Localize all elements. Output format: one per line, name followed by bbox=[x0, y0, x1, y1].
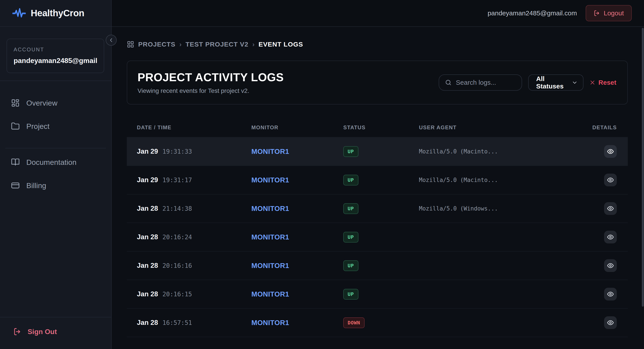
event-log-table: DATE / TIME MONITOR STATUS USER AGENT DE… bbox=[127, 118, 628, 337]
topbar: pandeyaman2485@gmail.com Logout bbox=[112, 0, 644, 27]
row-time: 21:14:38 bbox=[162, 205, 192, 212]
status-cell: UP bbox=[343, 175, 419, 185]
vertical-scrollbar[interactable] bbox=[642, 28, 644, 307]
breadcrumb-test-project-v2[interactable]: TEST PROJECT V2 bbox=[186, 41, 248, 48]
user-agent-cell: Mozilla/5.0 (Windows... bbox=[419, 205, 590, 212]
status-badge: UP bbox=[343, 232, 358, 242]
monitor-link[interactable]: MONITOR1 bbox=[251, 262, 289, 269]
view-details-button[interactable] bbox=[604, 259, 617, 272]
details-cell bbox=[590, 174, 617, 186]
sidebar-item-label: Billing bbox=[26, 181, 46, 190]
account-card: ACCOUNT pandeyaman2485@gmail.... bbox=[6, 39, 104, 73]
search-box[interactable] bbox=[439, 74, 522, 91]
view-details-button[interactable] bbox=[604, 231, 617, 243]
row-time: 19:31:17 bbox=[162, 176, 192, 184]
monitor-link[interactable]: MONITOR1 bbox=[251, 176, 289, 184]
table-row: Jan 28 20:16:24 MONITOR1 UP bbox=[127, 223, 628, 251]
page-title: PROJECT ACTIVITY LOGS bbox=[138, 71, 284, 84]
date-time-cell: Jan 28 16:57:51 bbox=[137, 319, 251, 327]
table-row: Jan 29 19:31:17 MONITOR1 UP Mozilla/5.0 … bbox=[127, 166, 628, 194]
view-details-button[interactable] bbox=[604, 145, 617, 158]
eye-icon bbox=[607, 262, 614, 269]
row-time: 20:16:24 bbox=[162, 234, 192, 241]
view-details-button[interactable] bbox=[604, 288, 617, 300]
row-date: Jan 28 bbox=[137, 233, 158, 241]
sidebar-footer: Sign Out bbox=[0, 317, 111, 349]
table-row: Jan 29 19:31:33 MONITOR1 UP Mozilla/5.0 … bbox=[127, 137, 628, 166]
status-badge: UP bbox=[343, 289, 358, 300]
monitor-link[interactable]: MONITOR1 bbox=[251, 290, 289, 298]
logout-icon bbox=[13, 327, 22, 336]
sidebar-item-project[interactable]: Project bbox=[5, 119, 106, 134]
table-row: Jan 28 20:16:16 MONITOR1 UP bbox=[127, 251, 628, 280]
status-filter-value: All Statuses bbox=[536, 75, 572, 90]
row-date: Jan 29 bbox=[137, 148, 158, 155]
status-filter-select[interactable]: All Statuses bbox=[528, 74, 584, 91]
column-header-user-agent: USER AGENT bbox=[419, 124, 590, 131]
user-agent-cell: Mozilla/5.0 (Macinto... bbox=[419, 177, 590, 183]
details-cell bbox=[590, 316, 617, 329]
table-row: Jan 28 16:57:51 MONITOR1 DOWN bbox=[127, 308, 628, 337]
main-content: PROJECTS › TEST PROJECT V2 › EVENT LOGS … bbox=[112, 27, 644, 337]
chevron-left-icon bbox=[109, 38, 114, 43]
date-time-cell: Jan 28 20:16:24 bbox=[137, 233, 251, 241]
sidebar-item-label: Documentation bbox=[26, 158, 76, 167]
view-details-button[interactable] bbox=[604, 202, 617, 215]
sidebar-nav: Overview Project Documentation Billing bbox=[0, 81, 111, 201]
x-icon bbox=[590, 80, 595, 85]
view-details-button[interactable] bbox=[604, 316, 617, 329]
details-cell bbox=[590, 202, 617, 215]
status-badge: UP bbox=[343, 203, 358, 214]
user-agent-cell: Mozilla/5.0 (Macinto... bbox=[419, 148, 590, 155]
brand-name: HealthyCron bbox=[31, 8, 84, 19]
log-rows: Jan 29 19:31:33 MONITOR1 UP Mozilla/5.0 … bbox=[127, 137, 628, 337]
monitor-link[interactable]: MONITOR1 bbox=[251, 233, 289, 241]
monitor-cell: MONITOR1 bbox=[251, 290, 343, 298]
row-time: 20:16:15 bbox=[162, 291, 192, 298]
eye-icon bbox=[607, 319, 614, 326]
row-user-agent: Mozilla/5.0 (Windows... bbox=[419, 205, 498, 212]
breadcrumb-projects[interactable]: PROJECTS bbox=[138, 41, 176, 48]
sign-out-button[interactable]: Sign Out bbox=[13, 327, 111, 336]
column-header-status: STATUS bbox=[343, 124, 419, 131]
account-email: pandeyaman2485@gmail.... bbox=[14, 57, 97, 65]
breadcrumb: PROJECTS › TEST PROJECT V2 › EVENT LOGS bbox=[127, 40, 628, 49]
row-time: 19:31:33 bbox=[162, 148, 192, 155]
chevron-right-icon: › bbox=[180, 41, 182, 48]
column-header-details: DETAILS bbox=[590, 124, 617, 131]
search-input[interactable] bbox=[456, 79, 516, 86]
divider bbox=[127, 337, 628, 337]
details-cell bbox=[590, 259, 617, 272]
sidebar-item-documentation[interactable]: Documentation bbox=[5, 155, 106, 170]
table-row: Jan 28 20:16:15 MONITOR1 UP bbox=[127, 280, 628, 308]
monitor-link[interactable]: MONITOR1 bbox=[251, 319, 289, 327]
grid-icon bbox=[127, 41, 134, 48]
view-details-button[interactable] bbox=[604, 174, 617, 186]
column-header-monitor: MONITOR bbox=[251, 124, 343, 131]
logout-button[interactable]: Logout bbox=[586, 5, 632, 21]
date-time-cell: Jan 28 20:16:15 bbox=[137, 290, 251, 298]
eye-icon bbox=[607, 148, 614, 155]
status-cell: UP bbox=[343, 289, 419, 300]
status-cell: UP bbox=[343, 203, 419, 214]
sidebar-collapse-button[interactable] bbox=[106, 35, 117, 46]
sign-out-label: Sign Out bbox=[28, 328, 57, 336]
header-text: PROJECT ACTIVITY LOGS Viewing recent eve… bbox=[138, 71, 284, 94]
row-user-agent: Mozilla/5.0 (Macinto... bbox=[419, 148, 498, 155]
account-label: ACCOUNT bbox=[14, 47, 97, 53]
column-header-date-time: DATE / TIME bbox=[137, 124, 251, 131]
monitor-cell: MONITOR1 bbox=[251, 262, 343, 270]
monitor-cell: MONITOR1 bbox=[251, 319, 343, 327]
divider bbox=[5, 148, 106, 148]
reset-filters-button[interactable]: Reset bbox=[590, 79, 616, 86]
breadcrumb-event-logs: EVENT LOGS bbox=[258, 41, 303, 48]
sidebar-item-billing[interactable]: Billing bbox=[5, 178, 106, 193]
status-badge: DOWN bbox=[343, 317, 364, 328]
monitor-link[interactable]: MONITOR1 bbox=[251, 205, 289, 212]
app-root: HealthyCron ACCOUNT pandeyaman2485@gmail… bbox=[0, 0, 644, 349]
sidebar-item-overview[interactable]: Overview bbox=[5, 95, 106, 111]
status-badge: UP bbox=[343, 146, 358, 157]
monitor-link[interactable]: MONITOR1 bbox=[251, 148, 289, 155]
table-row: Jan 28 21:14:38 MONITOR1 UP Mozilla/5.0 … bbox=[127, 194, 628, 223]
status-cell: UP bbox=[343, 232, 419, 242]
